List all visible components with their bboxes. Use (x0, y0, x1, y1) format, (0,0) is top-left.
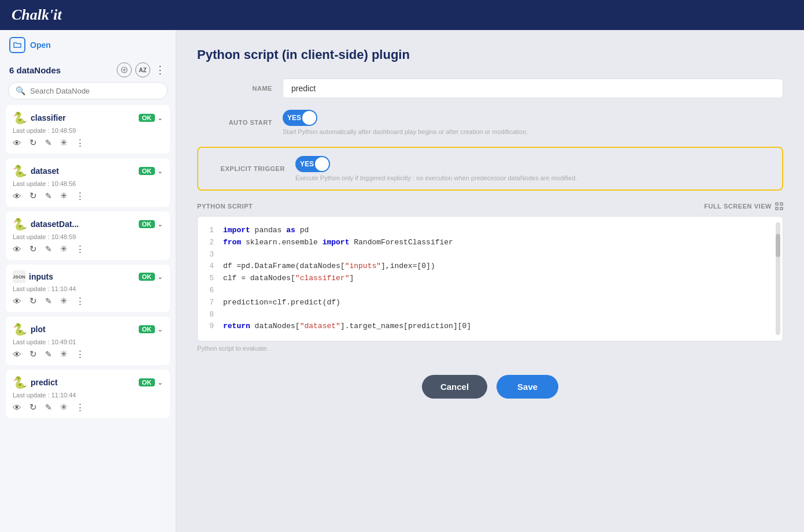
code-line: 9 return dataNodes["dataset"].target_nam… (206, 321, 775, 333)
settings-button[interactable]: ✳ (60, 296, 68, 306)
item-actions: 👁 ↻ ✎ ✳ ⋮ (13, 296, 163, 306)
sidebar-controls: AZ ⋮ (117, 62, 166, 77)
edit-button[interactable]: ✎ (45, 403, 52, 412)
explicit-trigger-toggle[interactable]: YES (295, 156, 330, 172)
more-button[interactable]: ⋮ (76, 402, 84, 412)
more-button[interactable]: ⋮ (76, 349, 84, 359)
sidebar: Open 6 dataNodes AZ ⋮ 🔍 (0, 30, 176, 532)
svg-rect-6 (780, 207, 783, 210)
app-header: Chalk'it (0, 0, 804, 30)
refresh-button[interactable]: ↻ (29, 296, 37, 306)
explicit-trigger-hint: Execute Python only if triggered explici… (295, 174, 577, 181)
sidebar-title: 6 dataNodes (9, 65, 61, 75)
code-line: 1 import pandas as pd (206, 225, 775, 237)
auto-start-label: AUTO START (197, 119, 272, 126)
expand-button[interactable]: ⌄ (157, 325, 163, 333)
script-header: PYTHON SCRIPT FULL SCREEN VIEW (197, 202, 783, 210)
view-button[interactable]: 👁 (13, 349, 21, 359)
explicit-trigger-toggle-wrap: YES Execute Python only if triggered exp… (295, 156, 577, 181)
filter-button[interactable] (117, 62, 132, 77)
settings-button[interactable]: ✳ (60, 244, 68, 254)
folder-icon (9, 37, 25, 53)
view-button[interactable]: 👁 (13, 296, 21, 306)
last-update-meta: Last update : 11:10:44 (13, 285, 163, 292)
more-options-button[interactable]: ⋮ (154, 64, 166, 76)
view-button[interactable]: 👁 (13, 138, 21, 148)
edit-button[interactable]: ✎ (45, 244, 52, 254)
settings-button[interactable]: ✳ (60, 402, 68, 412)
app-logo: Chalk'it (12, 6, 62, 24)
last-update-meta: Last update : 10:48:59 (13, 233, 163, 240)
refresh-button[interactable]: ↻ (29, 402, 37, 412)
list-item: 🐍 classifier OK ⌄ Last update : 10:48:59… (6, 105, 170, 154)
more-button[interactable]: ⋮ (76, 244, 84, 254)
code-line: 6 (206, 285, 775, 297)
refresh-button[interactable]: ↻ (29, 137, 37, 148)
list-item: JSON inputs OK ⌄ Last update : 11:10:44 … (6, 265, 170, 312)
datanode-list: 🐍 classifier OK ⌄ Last update : 10:48:59… (0, 105, 176, 532)
svg-rect-3 (776, 203, 778, 205)
list-item: 🐍 dataset OK ⌄ Last update : 10:48:56 👁 … (6, 158, 170, 207)
more-button[interactable]: ⋮ (76, 191, 84, 201)
list-item-predict: 🐍 predict OK ⌄ Last update : 11:10:44 👁 … (6, 370, 170, 418)
code-editor[interactable]: 1 import pandas as pd 2 from sklearn.ens… (197, 216, 783, 341)
view-button[interactable]: 👁 (13, 191, 21, 201)
auto-start-hint: Start Python automatically after dashboa… (283, 128, 528, 135)
main-layout: Open 6 dataNodes AZ ⋮ 🔍 (0, 30, 804, 532)
status-badge: OK (139, 325, 155, 333)
code-line: 2 from sklearn.ensemble import RandomFor… (206, 237, 775, 249)
settings-button[interactable]: ✳ (60, 349, 68, 359)
refresh-button[interactable]: ↻ (29, 349, 37, 359)
last-update-meta: Last update : 10:48:59 (13, 127, 163, 134)
edit-button[interactable]: ✎ (45, 349, 52, 359)
bottom-actions: Cancel Save (197, 375, 783, 399)
settings-button[interactable]: ✳ (60, 191, 68, 201)
view-button[interactable]: 👁 (13, 244, 21, 254)
scrollbar[interactable] (776, 222, 780, 335)
save-button[interactable]: Save (497, 375, 558, 399)
sort-az-button[interactable]: AZ (135, 62, 150, 77)
svg-rect-4 (780, 203, 783, 205)
expand-button[interactable]: ⌄ (157, 273, 163, 281)
sidebar-top: Open (0, 30, 176, 60)
refresh-button[interactable]: ↻ (29, 191, 37, 201)
python-icon: 🐍 (13, 375, 27, 389)
expand-button[interactable]: ⌄ (157, 167, 163, 175)
expand-button[interactable]: ⌄ (157, 114, 163, 122)
edit-button[interactable]: ✎ (45, 138, 52, 147)
search-box: 🔍 (8, 82, 168, 99)
more-button[interactable]: ⋮ (76, 137, 84, 148)
auto-start-toggle[interactable]: YES (283, 110, 317, 126)
more-button[interactable]: ⋮ (76, 296, 84, 306)
name-label: NAME (197, 85, 272, 92)
search-icon: 🔍 (16, 86, 25, 95)
fullscreen-button[interactable]: FULL SCREEN VIEW (704, 202, 783, 210)
view-button[interactable]: 👁 (13, 403, 21, 412)
item-actions: 👁 ↻ ✎ ✳ ⋮ (13, 349, 163, 359)
last-update-meta: Last update : 10:49:01 (13, 338, 163, 345)
edit-button[interactable]: ✎ (45, 191, 52, 200)
content-panel: Python script (in client-side) plugin NA… (176, 30, 804, 532)
cancel-button[interactable]: Cancel (422, 375, 487, 399)
name-input[interactable] (283, 79, 783, 98)
code-line: 7 prediction=clf.predict(df) (206, 297, 775, 309)
code-line: 4 df =pd.DataFrame(dataNodes["inputs"],i… (206, 261, 775, 273)
toggle-knob-explicit (315, 157, 329, 171)
settings-button[interactable]: ✳ (60, 137, 68, 148)
edit-button[interactable]: ✎ (45, 296, 52, 306)
item-actions: 👁 ↻ ✎ ✳ ⋮ (13, 137, 163, 148)
status-badge: OK (139, 273, 155, 281)
expand-button[interactable]: ⌄ (157, 378, 163, 386)
search-input[interactable] (30, 87, 160, 95)
python-icon: 🐍 (13, 111, 27, 125)
code-line: 3 (206, 249, 775, 261)
status-badge: OK (139, 220, 155, 228)
refresh-button[interactable]: ↻ (29, 244, 37, 254)
list-item: 🐍 datasetDat... OK ⌄ Last update : 10:48… (6, 211, 170, 260)
open-button[interactable]: Open (9, 37, 51, 53)
item-actions: 👁 ↻ ✎ ✳ ⋮ (13, 191, 163, 201)
status-badge: OK (139, 378, 155, 386)
last-update-meta: Last update : 10:48:56 (13, 180, 163, 187)
expand-button[interactable]: ⌄ (157, 220, 163, 228)
python-icon: 🐍 (13, 217, 27, 231)
